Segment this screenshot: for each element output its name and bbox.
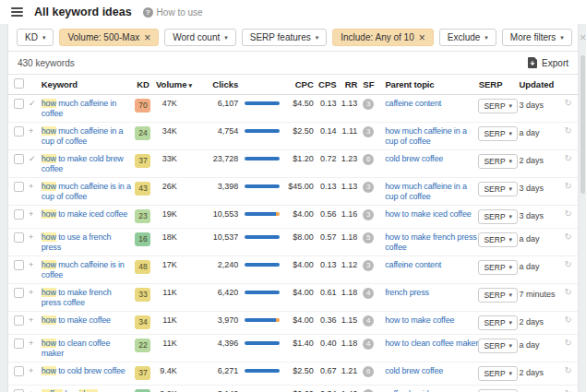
serp-dropdown-button[interactable]: SERP▾: [478, 154, 518, 169]
add-keyword-icon[interactable]: +: [29, 232, 33, 242]
menu-icon[interactable]: [11, 7, 23, 17]
refresh-icon[interactable]: ↻: [565, 259, 572, 269]
serp-dropdown-button[interactable]: SERP▾: [478, 232, 518, 247]
column-header-clicks[interactable]: Clicks: [206, 79, 241, 89]
serp-dropdown-button[interactable]: SERP▾: [478, 315, 518, 330]
filter-include-any-of-10[interactable]: Include: Any of 10×: [332, 29, 434, 46]
refresh-icon[interactable]: ↻: [565, 125, 572, 136]
column-header-volume[interactable]: Volume▾: [153, 79, 206, 89]
parent-topic-link[interactable]: caffeine content: [385, 260, 441, 269]
refresh-icon[interactable]: ↻: [565, 388, 572, 392]
column-header-cps[interactable]: CPS: [314, 79, 337, 89]
row-action-cell: +: [29, 339, 42, 349]
keyword-link[interactable]: how to cold brew coffee: [42, 366, 126, 375]
row-checkbox[interactable]: [14, 209, 24, 220]
scrollbar[interactable]: [580, 53, 586, 392]
refresh-icon[interactable]: ↻: [565, 287, 572, 297]
row-checkbox[interactable]: [14, 232, 24, 243]
add-keyword-icon[interactable]: +: [29, 315, 33, 325]
row-checkbox[interactable]: [14, 182, 24, 192]
column-header-serp[interactable]: SERP: [479, 79, 518, 89]
filter-word-count[interactable]: Word count▾: [164, 29, 235, 46]
add-keyword-icon[interactable]: +: [29, 260, 33, 269]
remove-filter-icon[interactable]: ×: [144, 32, 150, 43]
keyword-link[interactable]: how to make french press coffee: [42, 288, 112, 307]
keyword-link[interactable]: how to use a french press: [42, 232, 112, 252]
serp-dropdown-button[interactable]: SERP▾: [478, 366, 518, 381]
column-header-parent-topic[interactable]: Parent topic: [376, 79, 478, 89]
filter-kd[interactable]: KD▾: [17, 29, 54, 46]
export-button[interactable]: Export: [528, 57, 568, 68]
parent-topic-link[interactable]: how much caffeine in a cup of coffee: [385, 182, 467, 201]
keyword-link[interactable]: how much caffeine is in coffee: [42, 260, 125, 279]
added-check-icon[interactable]: ✓: [29, 99, 36, 108]
parent-topic-link[interactable]: how to make coffee: [385, 315, 454, 325]
serp-dropdown-button[interactable]: SERP▾: [478, 260, 518, 275]
clicks-bar-cell: [240, 99, 281, 105]
keyword-link[interactable]: how to make cold brew coffee: [42, 154, 124, 173]
row-checkbox[interactable]: [14, 126, 24, 137]
filter-exclude[interactable]: Exclude▾: [439, 29, 496, 46]
keyword-link[interactable]: how much caffeine in coffee: [42, 99, 116, 118]
filter-more-filters[interactable]: More filters▾: [502, 29, 572, 46]
add-keyword-icon[interactable]: +: [29, 209, 33, 219]
volume-value: 11K: [153, 288, 180, 298]
add-keyword-icon[interactable]: +: [29, 288, 33, 297]
row-checkbox[interactable]: [14, 99, 24, 109]
add-keyword-icon[interactable]: +: [29, 366, 33, 375]
refresh-icon[interactable]: ↻: [565, 232, 572, 242]
parent-topic-link[interactable]: how to make french press coffee: [385, 232, 476, 252]
serp-dropdown-button[interactable]: SERP▾: [478, 209, 518, 224]
row-checkbox[interactable]: [14, 315, 24, 326]
refresh-icon[interactable]: ↻: [565, 315, 572, 325]
filter-serp-features[interactable]: SERP features▾: [242, 29, 327, 46]
refresh-icon[interactable]: ↻: [565, 365, 572, 375]
keyword-link[interactable]: how much caffeine in a cup of coffee: [42, 126, 124, 146]
row-checkbox[interactable]: [14, 339, 24, 349]
added-check-icon[interactable]: ✓: [29, 154, 36, 163]
add-keyword-icon[interactable]: +: [29, 339, 33, 348]
filter-volume-500-max[interactable]: Volume: 500-Max×: [59, 29, 159, 46]
column-header-updated[interactable]: Updated: [517, 79, 557, 89]
rr-value: 1.11: [336, 126, 357, 137]
scrollbar-thumb[interactable]: [580, 55, 585, 194]
refresh-icon[interactable]: ↻: [565, 338, 572, 348]
add-keyword-icon[interactable]: +: [29, 182, 33, 191]
parent-topic-link[interactable]: cold brew coffee: [385, 154, 443, 163]
parent-topic-link[interactable]: how to make iced coffee: [385, 209, 471, 219]
parent-topic-link[interactable]: how to clean coffee maker: [385, 339, 478, 348]
column-header-sf[interactable]: SF: [357, 79, 376, 89]
serp-dropdown-button[interactable]: SERP▾: [478, 288, 518, 303]
parent-topic-link[interactable]: cold brew coffee: [385, 366, 443, 375]
column-header-cpc[interactable]: CPC: [281, 79, 314, 89]
row-checkbox[interactable]: [14, 260, 24, 270]
parent-topic-link[interactable]: how much caffeine in a cup of coffee: [385, 126, 467, 146]
chevron-down-icon: ▾: [509, 130, 513, 137]
add-keyword-icon[interactable]: +: [29, 126, 33, 136]
refresh-icon[interactable]: ↻: [565, 98, 572, 108]
rr-value: 1.21: [336, 366, 357, 376]
keyword-link[interactable]: how to clean coffee maker: [42, 339, 111, 358]
clear-filters-icon[interactable]: ×: [580, 30, 586, 44]
remove-filter-icon[interactable]: ×: [419, 32, 425, 43]
row-checkbox[interactable]: [14, 366, 24, 376]
row-checkbox[interactable]: [14, 288, 24, 298]
refresh-icon[interactable]: ↻: [565, 153, 572, 163]
keyword-link[interactable]: how much caffeine is in a cup of coffee: [42, 182, 131, 201]
serp-dropdown-button[interactable]: SERP▾: [478, 339, 518, 353]
column-header-kd[interactable]: KD: [133, 79, 153, 89]
parent-topic-link[interactable]: french press: [385, 288, 429, 297]
refresh-icon[interactable]: ↻: [565, 208, 572, 219]
refresh-icon[interactable]: ↻: [565, 181, 572, 191]
parent-topic-link[interactable]: caffeine content: [385, 99, 441, 108]
serp-dropdown-button[interactable]: SERP▾: [478, 126, 518, 141]
serp-dropdown-button[interactable]: SERP▾: [478, 182, 518, 196]
select-all-checkbox[interactable]: [14, 78, 24, 89]
column-header-keyword[interactable]: Keyword: [42, 79, 133, 89]
serp-dropdown-button[interactable]: SERP▾: [478, 99, 518, 113]
keyword-link[interactable]: how to make coffee: [42, 315, 111, 325]
column-header-rr[interactable]: RR: [337, 79, 358, 89]
row-checkbox[interactable]: [14, 154, 24, 164]
keyword-link[interactable]: how to make iced coffee: [42, 209, 127, 219]
help-link[interactable]: ? How to use: [143, 7, 203, 18]
